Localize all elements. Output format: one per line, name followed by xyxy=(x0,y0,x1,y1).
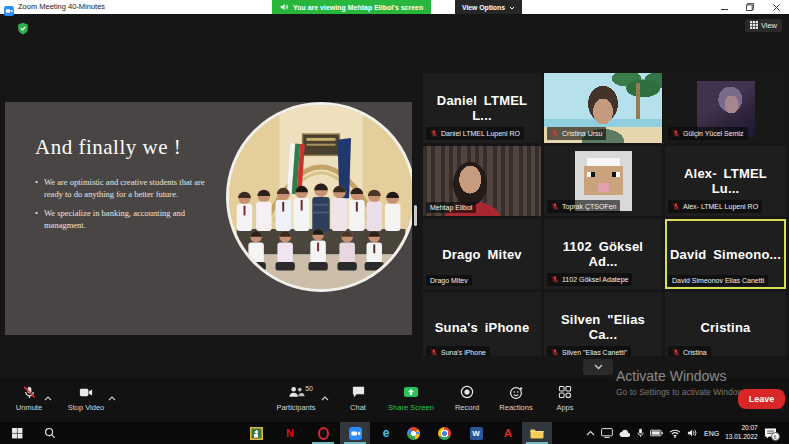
stop-video-icon xyxy=(78,384,94,400)
participant-name-label: Daniel LTMEL Lupeni RO xyxy=(426,127,524,140)
taskbar-clock[interactable]: 20:07 13.01.2022 xyxy=(725,424,758,442)
participant-tile-gulcin[interactable]: Gülçin Yücel Semiz xyxy=(665,73,786,143)
toolbar-reactions-button[interactable]: Reactions xyxy=(489,378,543,422)
window-titlebar: Zoom Meeting 40-Minutes You are viewing … xyxy=(0,0,789,14)
tray-volume-icon[interactable] xyxy=(687,428,698,438)
slide-bullets: We are optimistic and creative students … xyxy=(35,177,213,239)
view-options-button[interactable]: View Options xyxy=(455,0,522,14)
window-controls xyxy=(711,0,789,14)
participant-tile-mehtap[interactable]: Mehtap Elibol xyxy=(423,146,541,216)
slide-bullet: We are optimistic and creative students … xyxy=(35,177,213,201)
chevron-down-icon xyxy=(509,4,515,11)
participant-name-label: Mehtap Elibol xyxy=(426,202,476,213)
search-icon[interactable] xyxy=(36,422,64,444)
screen-share-banner: You are viewing Mehtap Elibol's screen xyxy=(272,0,431,14)
toolbar-record-button[interactable]: Record xyxy=(444,378,490,422)
tray-cast-icon[interactable] xyxy=(601,428,613,438)
clock-date: 13.01.2022 xyxy=(725,433,758,442)
muted-mic-icon xyxy=(551,129,559,138)
participant-name-label: David Simeonov Elias Canetti xyxy=(668,275,768,286)
muted-mic-icon xyxy=(430,348,438,356)
language-indicator[interactable]: ENG xyxy=(704,430,719,437)
record-icon xyxy=(460,384,474,400)
close-button[interactable] xyxy=(763,0,789,14)
start-button-icon[interactable] xyxy=(0,422,34,444)
participant-name-label: Toprak ÇTSOFen xyxy=(547,200,620,213)
toolbar-participants-button[interactable]: 50 Participants xyxy=(263,378,329,422)
participant-name-label: Drago Mitev xyxy=(426,275,472,286)
muted-mic-icon xyxy=(551,348,559,356)
participant-name-label: 1102 Göksel Adatepe xyxy=(547,273,632,286)
toolbar-unmute-button[interactable]: Unmute xyxy=(6,378,52,422)
tray-mic-icon[interactable] xyxy=(637,428,644,438)
chat-icon xyxy=(351,384,366,400)
maximize-button[interactable] xyxy=(737,0,763,14)
reactions-icon xyxy=(509,384,524,400)
taskbar-google-icon[interactable] xyxy=(398,422,428,444)
taskbar-chrome-icon[interactable] xyxy=(429,422,459,444)
participant-tile-silven[interactable]: Silven "Elias Ca... Silven "Elias Canett… xyxy=(544,292,662,356)
more-participants-chevron[interactable] xyxy=(583,359,613,375)
participant-name-label: Cristina Ursu xyxy=(547,127,606,140)
taskbar-file-explorer-icon[interactable] xyxy=(522,422,552,444)
participants-count: 50 xyxy=(305,385,313,392)
minimize-button[interactable] xyxy=(711,0,737,14)
share-screen-icon xyxy=(403,384,419,400)
muted-mic-icon xyxy=(672,129,680,138)
participant-tile-cristina-ursu[interactable]: Cristina Ursu xyxy=(544,73,662,143)
taskbar-word-icon[interactable]: W xyxy=(461,422,491,444)
tray-chevron-up-icon[interactable] xyxy=(586,430,595,436)
slide-class-photo xyxy=(226,102,412,292)
window-title: Zoom Meeting 40-Minutes xyxy=(18,2,105,11)
slide-title: And finally we ! xyxy=(35,135,181,160)
toolbar-chat-button[interactable]: Chat xyxy=(338,378,378,422)
participant-tile-suna[interactable]: Suna's iPhone Suna's iPhone xyxy=(423,292,541,356)
system-tray: ENG 20:07 13.01.2022 6 xyxy=(586,422,777,444)
meeting-area: View And finally we ! We are optimistic … xyxy=(0,14,789,422)
toolbar-share-screen-button[interactable]: Share Screen xyxy=(379,378,443,422)
taskbar-zoom-icon[interactable] xyxy=(340,422,370,444)
participant-tile-daniel[interactable]: Daniel LTMEL L... Daniel LTMEL Lupeni RO xyxy=(423,73,541,143)
view-label: View xyxy=(761,21,777,30)
zoom-app-icon xyxy=(4,2,14,12)
participant-tile-toprak[interactable]: Toprak ÇTSOFen xyxy=(544,146,662,216)
participant-name-label: Cristina xyxy=(668,346,711,356)
participant-tile-goksel[interactable]: 1102 Göksel Ad... 1102 Göksel Adatepe xyxy=(544,219,662,289)
taskbar-netflix-icon[interactable]: N xyxy=(275,422,305,444)
windows-taskbar: NeWA ENG 20:07 13.01.2022 6 xyxy=(0,422,789,444)
muted-mic-icon xyxy=(672,202,680,211)
participant-name-label: Gülçin Yücel Semiz xyxy=(668,127,748,140)
tray-wifi-icon[interactable] xyxy=(669,429,681,438)
participant-tile-alex[interactable]: Alex- LTMEL Lu... Alex- LTMEL Lupeni RO xyxy=(665,146,786,216)
notifications-icon[interactable]: 6 xyxy=(764,427,777,439)
muted-mic-icon xyxy=(551,275,559,284)
taskbar-edge-icon[interactable]: e xyxy=(371,422,401,444)
participant-tile-david[interactable]: David Simeono... David Simeonov Elias Ca… xyxy=(665,219,786,289)
taskbar-opera-icon[interactable] xyxy=(308,422,338,444)
view-layout-button[interactable]: View xyxy=(745,19,782,32)
banner-text: You are viewing Mehtap Elibol's screen xyxy=(293,4,423,11)
tray-onedrive-icon[interactable] xyxy=(619,429,631,438)
grid-view-icon xyxy=(750,21,758,31)
scrollbar-thumb[interactable] xyxy=(414,205,417,226)
participant-tile-cristina[interactable]: Cristina Cristina xyxy=(665,292,786,356)
toolbar-apps-button[interactable]: Apps xyxy=(545,378,585,422)
chevron-up-icon[interactable] xyxy=(108,387,116,405)
muted-mic-icon xyxy=(672,348,680,356)
muted-mic-icon xyxy=(430,129,438,138)
unmute-icon xyxy=(22,384,37,400)
taskbar-acrobat-icon[interactable]: A xyxy=(493,422,523,444)
participant-tile-drago[interactable]: Drago Mitev Drago Mitev xyxy=(423,219,541,289)
slide-bullet: We specialize in banking, accounting and… xyxy=(35,208,213,232)
zoom-app-window: Zoom Meeting 40-Minutes You are viewing … xyxy=(0,0,789,444)
apps-icon xyxy=(558,384,572,400)
meeting-toolbar: Unmute Stop Video 50 Participants Chat S… xyxy=(0,378,789,422)
tray-battery-icon[interactable] xyxy=(650,429,663,437)
speaker-icon xyxy=(280,3,289,12)
taskbar-classroom-icon[interactable] xyxy=(241,422,271,444)
chevron-up-icon[interactable] xyxy=(44,387,52,405)
leave-button[interactable]: Leave xyxy=(738,389,785,409)
toolbar-stop-video-button[interactable]: Stop Video xyxy=(56,378,116,422)
security-shield-icon[interactable] xyxy=(17,21,29,39)
chevron-up-icon[interactable] xyxy=(321,387,329,405)
